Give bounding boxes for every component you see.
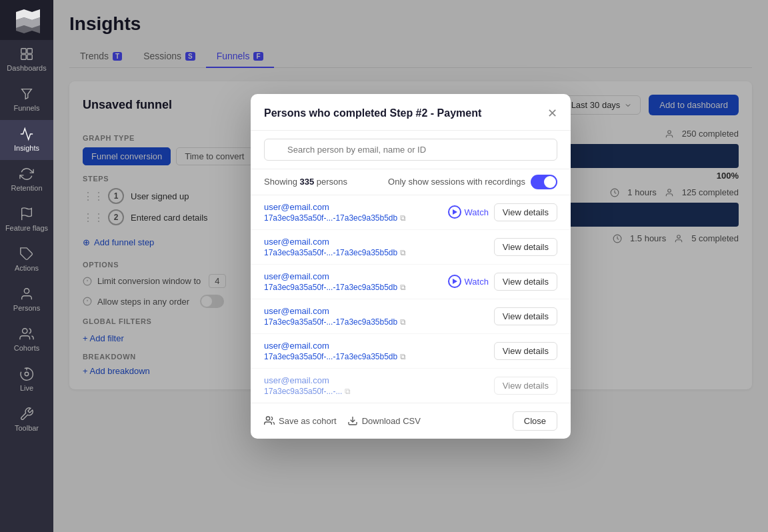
person-info: user@email.com 17a3ec9a35a50f-...-17a3ec… [264,341,494,361]
person-id: 17a3ec9a35a50f-...-17a3ec9a35b5db ⧉ [264,248,494,257]
person-id: 17a3ec9a35a50f-...-17a3ec9a35b5db ⧉ [264,352,494,361]
play-circle-icon [448,205,461,219]
watch-button-3[interactable]: Watch [448,275,489,288]
svg-point-6 [24,289,29,293]
play-circle-icon [448,275,461,288]
sidebar-item-persons-label: Persons [13,304,40,313]
person-actions: Watch View details [448,273,558,291]
modal-overlay: Persons who completed Step #2 - Payment … [53,0,768,532]
sidebar-item-live[interactable]: Live [0,360,53,400]
sidebar-item-persons[interactable]: Persons [0,280,53,320]
main-area: Insights Trends T Sessions S Funnels F U… [53,0,768,532]
sidebar-item-insights-label: Insights [14,144,39,153]
sidebar-item-dashboards[interactable]: Dashboards [0,40,53,80]
copy-icon[interactable]: ⧉ [400,248,406,257]
modal-close-footer-button[interactable]: Close [513,411,557,431]
person-actions: View details [494,238,557,256]
person-row: user@email.com 17a3ec9a35a50f-...-... ⧉ … [251,369,571,403]
modal-search-row: 🔍 [251,131,571,169]
sidebar-item-retention-label: Retention [11,184,42,193]
copy-icon[interactable]: ⧉ [400,352,406,361]
view-details-button-2[interactable]: View details [494,238,557,256]
person-email[interactable]: user@email.com [264,375,494,385]
copy-icon[interactable]: ⧉ [345,387,351,396]
save-cohort-button[interactable]: Save as cohort [264,415,337,426]
person-id: 17a3ec9a35a50f-...-... ⧉ [264,387,494,396]
person-email[interactable]: user@email.com [264,237,494,247]
person-list: user@email.com 17a3ec9a35a50f-...-17a3ec… [251,195,571,403]
modal-title: Persons who completed Step #2 - Payment [264,107,481,119]
svg-rect-0 [21,49,26,53]
person-row: user@email.com 17a3ec9a35a50f-...-17a3ec… [251,334,571,369]
person-email[interactable]: user@email.com [264,271,448,281]
svg-rect-2 [21,55,26,59]
sessions-toggle[interactable] [531,175,557,189]
persons-modal: Persons who completed Step #2 - Payment … [251,94,571,439]
person-actions: View details [494,342,557,360]
svg-rect-1 [27,49,32,53]
footer-left: Save as cohort Download CSV [264,415,421,426]
person-email[interactable]: user@email.com [264,306,494,316]
sidebar: Dashboards Funnels Insights Retention Fe… [0,0,53,532]
sidebar-item-actions-label: Actions [15,264,39,273]
sidebar-item-insights[interactable]: Insights [0,120,53,160]
sidebar-item-feature-flags[interactable]: Feature flags [0,200,53,240]
person-row: user@email.com 17a3ec9a35a50f-...-17a3ec… [251,230,571,265]
sidebar-item-cohorts[interactable]: Cohorts [0,320,53,360]
sidebar-item-cohorts-label: Cohorts [14,344,40,353]
person-info: user@email.com 17a3ec9a35a50f-...-17a3ec… [264,237,494,257]
person-info: user@email.com 17a3ec9a35a50f-...-17a3ec… [264,271,448,292]
svg-rect-3 [27,55,32,59]
view-details-button-5[interactable]: View details [494,342,557,360]
sidebar-item-funnels[interactable]: Funnels [0,80,53,120]
download-csv-button[interactable]: Download CSV [347,415,421,426]
sidebar-item-funnels-label: Funnels [13,104,39,113]
app-logo[interactable] [0,0,53,40]
copy-icon[interactable]: ⧉ [400,283,406,292]
showing-count: Showing 335 persons [264,177,347,187]
download-icon [347,415,358,426]
person-id: 17a3ec9a35a50f-...-17a3ec9a35b5db ⧉ [264,283,448,292]
sidebar-item-dashboards-label: Dashboards [7,64,46,73]
person-email[interactable]: user@email.com [264,202,448,212]
person-id: 17a3ec9a35a50f-...-17a3ec9a35b5db ⧉ [264,317,494,327]
watch-button-1[interactable]: Watch [448,205,489,219]
svg-point-7 [23,329,27,333]
sidebar-item-actions[interactable]: Actions [0,240,53,280]
person-info: user@email.com 17a3ec9a35a50f-...-17a3ec… [264,202,448,223]
svg-point-21 [266,417,269,420]
person-row: user@email.com 17a3ec9a35a50f-...-17a3ec… [251,265,571,299]
sidebar-item-feature-flags-label: Feature flags [5,224,48,233]
toggle-sessions-row: Only show sessions with recordings [388,175,557,189]
person-info: user@email.com 17a3ec9a35a50f-...-17a3ec… [264,306,494,327]
svg-point-8 [25,373,29,377]
save-cohort-icon [264,415,275,426]
copy-icon[interactable]: ⧉ [400,317,406,327]
view-details-button-1[interactable]: View details [494,203,557,221]
sidebar-item-live-label: Live [20,384,33,393]
sidebar-item-toolbar[interactable]: Toolbar [0,400,53,440]
modal-footer: Save as cohort Download CSV Close [251,403,571,439]
modal-header: Persons who completed Step #2 - Payment … [251,94,571,131]
search-wrapper: 🔍 [264,139,557,161]
person-row: user@email.com 17a3ec9a35a50f-...-17a3ec… [251,195,571,230]
person-email[interactable]: user@email.com [264,341,494,351]
copy-icon[interactable]: ⧉ [400,213,406,223]
sidebar-item-toolbar-label: Toolbar [15,424,39,433]
person-id: 17a3ec9a35a50f-...-17a3ec9a35b5db ⧉ [264,213,448,223]
view-details-button-6[interactable]: View details [494,377,557,395]
person-search-input[interactable] [264,139,557,161]
modal-filters-row: Showing 335 persons Only show sessions w… [251,169,571,195]
view-details-button-4[interactable]: View details [494,307,557,325]
person-info: user@email.com 17a3ec9a35a50f-...-... ⧉ [264,375,494,396]
person-row: user@email.com 17a3ec9a35a50f-...-17a3ec… [251,299,571,334]
sidebar-item-retention[interactable]: Retention [0,160,53,200]
person-actions: Watch View details [448,203,558,221]
view-details-button-3[interactable]: View details [494,273,557,291]
person-actions: View details [494,307,557,325]
person-actions: View details [494,377,557,395]
modal-close-button[interactable]: ✕ [547,107,557,119]
